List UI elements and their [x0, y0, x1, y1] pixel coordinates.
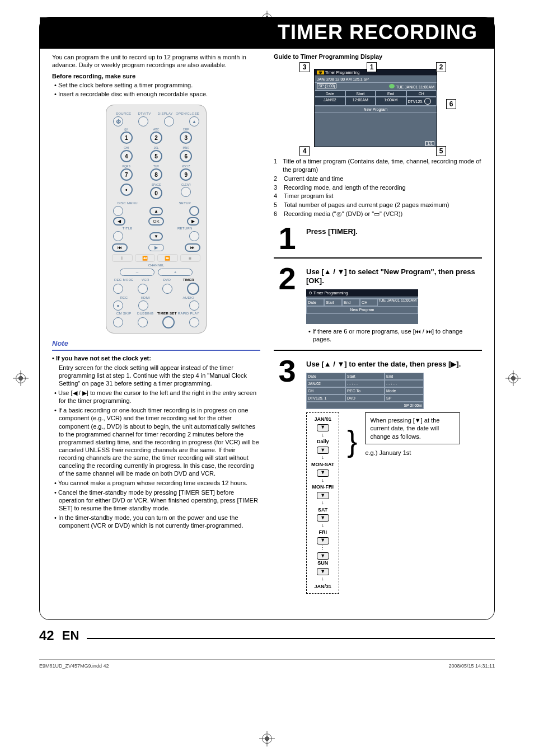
step-text: Press [TIMER]. — [306, 227, 358, 236]
note-p: Entry screen for the clock setting will … — [52, 364, 260, 387]
remote-label: CHANNEL — [110, 264, 203, 267]
key-0: 0 — [150, 187, 162, 199]
note-p: In the timer-standby mode, you can turn … — [52, 514, 260, 529]
intro-text: You can program the unit to record up to… — [52, 53, 260, 69]
remote-diagram: SOURCE DTV/TV DISPLAY OPEN/CLOSE ⏻ ▲ @/:… — [106, 105, 207, 334]
step-text: Use [▲ / ▼] to enter the date, then pres… — [306, 360, 482, 369]
down-icon: ▼ — [317, 492, 329, 499]
before-bullet: Insert a recordable disc with enough rec… — [52, 90, 260, 98]
down-icon: ▼ — [317, 514, 329, 522]
before-heading: Before recording, make sure — [52, 72, 260, 80]
timestamp: 2008/05/15 14:31:11 — [448, 663, 495, 669]
date-sequence: JAN/01 ▼↓Daily ▼↓MON-SAT ▼↓MON-FRI ▼↓SAT… — [306, 412, 339, 594]
remote-label: SOURCE — [113, 112, 134, 115]
remote-label: DISPLAY — [155, 112, 176, 115]
remote-btn — [189, 231, 199, 241]
remote-btn — [113, 206, 123, 216]
note-p: Use [◀ / ▶] to move the cursor to the le… — [52, 389, 260, 405]
key-7: 7 — [120, 168, 133, 181]
remote-label: DTV/TV — [134, 112, 154, 115]
next-icon: ⏭ — [185, 243, 200, 252]
note-title: Note — [52, 339, 260, 348]
page-number: 42 — [39, 628, 54, 644]
timer-set-button — [162, 316, 175, 328]
key-2: 2 — [150, 132, 162, 144]
note-p: You cannot make a program whose recordin… — [52, 479, 260, 487]
step-3: 3 Use [▲ / ▼] to enter the date, then pr… — [274, 355, 482, 600]
callout-1: 1 — [367, 62, 377, 72]
eject-icon: ▲ — [189, 116, 199, 126]
remote-btn — [164, 116, 174, 126]
remote-btn — [138, 116, 148, 126]
note-block: Note • If you have not set the clock yet… — [52, 339, 260, 529]
step-number: 2 — [274, 265, 301, 344]
step-sub: If there are 6 or more programs, use [⏮ … — [306, 327, 482, 343]
page-lang: EN — [62, 628, 79, 643]
guide-heading: Guide to Timer Programming Display — [274, 53, 482, 60]
key-1: 1 — [120, 132, 133, 144]
key-4: 4 — [120, 150, 133, 162]
key-9: 9 — [180, 168, 192, 181]
disc-icon — [389, 84, 395, 88]
right-column: Guide to Timer Programming Display 3 1 2… — [274, 53, 482, 604]
clear-icon — [181, 187, 191, 197]
brace-icon: } — [347, 412, 357, 463]
step-2: 2 Use [▲ / ▼] to select "New Program", t… — [274, 263, 482, 351]
display-diagram: 3 1 2 6 4 5 ⏲ Timer Programming JAN/ 2/0… — [299, 62, 456, 154]
remote-btn — [138, 284, 148, 294]
remote-btn — [113, 317, 123, 327]
page-frame: TIMER RECORDING You can program the unit… — [39, 17, 495, 620]
step-number: 3 — [274, 358, 301, 594]
side-note: When pressing [▼] at the current date, t… — [365, 412, 460, 444]
callout-5: 5 — [436, 146, 446, 156]
note-p: If a basic recording or one-touch timer … — [52, 406, 260, 477]
key-8: 8 — [150, 168, 162, 181]
down-icon: ▼ — [317, 568, 329, 575]
play-icon: ▶ — [148, 244, 164, 251]
keypad: @/:1 ABC2 DEF3 GHI4 JKL5 MNO6 PQRS7 TUV8… — [114, 128, 198, 199]
file-name: E9M81UD_ZV457MG9.indd 42 — [39, 663, 109, 669]
remote-label: RETURN — [171, 227, 199, 230]
down-icon: ▼ — [317, 552, 329, 560]
key-dot: • — [120, 184, 133, 196]
ch-down: – — [120, 269, 154, 276]
remote-label: TITLE — [113, 227, 142, 230]
legend-list: 1Title of a timer program (Contains date… — [274, 157, 482, 218]
osd-screen: ⏲ Timer Programming TUE JAN/01 11:00AM D… — [306, 289, 418, 323]
imprint-footer: E9M81UD_ZV457MG9.indd 42 2008/05/15 14:3… — [39, 659, 495, 669]
timer-label: TIMER — [178, 278, 200, 281]
callout-3: 3 — [299, 62, 310, 72]
timer-button — [187, 283, 199, 295]
nav-down-icon: ▼ — [149, 232, 163, 241]
disc-icon — [424, 98, 431, 105]
remote-btn — [138, 317, 148, 327]
down-icon: ▼ — [317, 537, 329, 544]
remote-btn — [162, 284, 172, 294]
key-6: 6 — [180, 150, 192, 162]
note-rule — [52, 350, 260, 351]
example-text: e.g.) January 1st — [365, 449, 460, 457]
nav-right-icon: ▶ — [187, 217, 199, 226]
nav-left-icon: ◀ — [113, 217, 125, 226]
remote-btn — [189, 206, 199, 216]
step-text: Use [▲ / ▼] to select "New Program", the… — [306, 267, 482, 287]
callout-6: 6 — [446, 99, 456, 109]
remote-btn — [113, 284, 123, 294]
rec-icon: ● — [113, 300, 123, 311]
down-icon: ▼ — [317, 469, 329, 477]
down-icon: ▼ — [317, 447, 329, 454]
left-column: You can program the unit to record up to… — [52, 53, 260, 604]
down-icon: ▼ — [317, 424, 329, 431]
key-3: 3 — [180, 132, 192, 144]
remote-btn — [189, 300, 199, 311]
rew-icon: ⏪ — [135, 254, 156, 262]
page-footer: 42 EN — [39, 628, 495, 644]
pause-icon: ⏸ — [112, 254, 133, 262]
callout-4: 4 — [299, 146, 310, 156]
prev-icon: ⏮ — [112, 243, 128, 252]
nav-up-icon: ▲ — [149, 207, 163, 215]
remote-label: DISC MENU — [113, 201, 142, 205]
remote-label: SETUP — [171, 201, 199, 205]
remote-btn — [138, 300, 148, 311]
date-diagram: JAN/01 ▼↓Daily ▼↓MON-SAT ▼↓MON-FRI ▼↓SAT… — [306, 412, 482, 594]
